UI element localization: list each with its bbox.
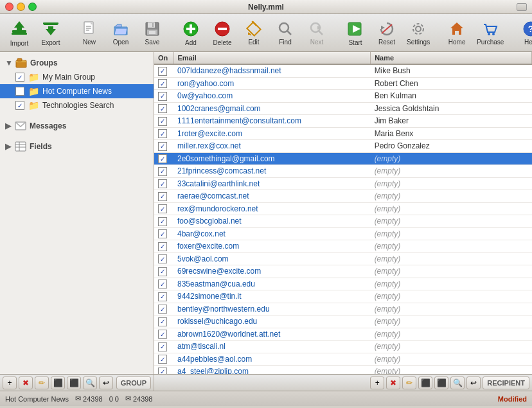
fields-header[interactable]: ▶ Fields [0,138,154,154]
row-checkbox[interactable] [158,342,167,351]
row-checkbox[interactable] [158,254,167,263]
cell-on[interactable] [154,152,173,165]
row-checkbox[interactable] [158,305,167,314]
recipient-copy-button[interactable]: ⬛ [418,377,432,389]
row-checkbox[interactable] [158,217,167,226]
sidebar-item-hot-computer-news[interactable]: 📁 Hot Computer News [0,84,154,98]
row-checkbox[interactable] [158,117,167,126]
cell-on[interactable] [154,278,173,290]
cell-on[interactable] [154,165,173,178]
bottom-edit-button[interactable]: ✏ [35,377,49,389]
cell-on[interactable] [154,290,173,303]
cell-on[interactable] [154,215,173,228]
cell-on[interactable] [154,315,173,328]
title-bar-buttons[interactable] [5,3,37,11]
table-row[interactable]: 007lddaneze@hadssnmail.netMike Bush [154,64,532,77]
table-row[interactable]: 1roter@excite.comMaria Benx [154,127,532,140]
purchase-button[interactable]: Purchase [473,19,508,48]
table-row[interactable]: 1002cranes@gmail.comJessica Goldshtain [154,102,532,115]
bottom-copy-button[interactable]: ⬛ [51,377,65,389]
messages-header[interactable]: ▶ Messages [0,118,154,133]
cell-on[interactable] [154,341,173,353]
row-checkbox[interactable] [158,267,167,276]
row-checkbox[interactable] [158,92,167,101]
cell-on[interactable] [154,115,173,128]
row-checkbox[interactable] [158,204,167,213]
table-row[interactable]: bentley@northwestern.edu(empty) [154,303,532,315]
bottom-delete-button[interactable]: ✖ [19,377,33,389]
row-checkbox[interactable] [158,192,167,201]
bottom-copy2-button[interactable]: ⬛ [67,377,81,389]
minimize-button[interactable] [17,3,25,11]
add-button[interactable]: Add [175,18,206,48]
start-button[interactable]: Start [340,18,371,48]
table-row[interactable]: 21fprincess@comcast.net(empty) [154,165,532,178]
cell-on[interactable] [154,190,173,203]
row-checkbox[interactable] [158,242,167,251]
table-row[interactable]: a4_steel@ziplip.com(empty) [154,366,532,375]
reset-button[interactable]: Reset [371,19,402,48]
row-checkbox[interactable] [158,79,167,88]
export-button[interactable]: Export [35,18,66,48]
recipient-copy2-button[interactable]: ⬛ [434,377,448,389]
row-checkbox[interactable] [158,129,167,138]
row-checkbox[interactable] [158,104,167,113]
row-checkbox[interactable] [158,67,167,76]
cell-on[interactable] [154,64,173,77]
recipient-find-button[interactable]: 🔍 [450,377,465,389]
row-checkbox[interactable] [158,355,167,364]
row-checkbox[interactable] [158,142,167,151]
table-row[interactable]: 5vok@aol.com(empty) [154,253,532,265]
cell-on[interactable] [154,265,173,278]
table-row[interactable]: 0w@yahoo.comBen Kulman [154,90,532,103]
help-button[interactable]: ? Help [515,19,532,48]
row-checkbox[interactable] [158,292,167,301]
hot-computer-news-checkbox[interactable] [15,87,24,96]
cell-on[interactable] [154,202,173,215]
cell-on[interactable] [154,240,173,253]
recipient-undo-button[interactable]: ↩ [466,377,481,389]
groups-header[interactable]: ▼ Groups [0,55,154,70]
bottom-add-button[interactable]: + [3,377,17,389]
row-checkbox[interactable] [158,368,167,375]
recipient-edit-button[interactable]: ✏ [402,377,416,389]
bottom-undo-button[interactable]: ↩ [99,377,113,389]
table-row[interactable]: 1111entertainment@consultant.comJim Bake… [154,115,532,128]
sidebar-item-technologies-search[interactable]: 📁 Technologies Search [0,98,154,112]
table-row[interactable]: 69recswine@excite.com(empty) [154,265,532,278]
my-main-group-checkbox[interactable] [15,73,24,82]
settings-button[interactable]: Settings [403,19,434,48]
table-row[interactable]: foxer@excite.com(empty) [154,240,532,253]
table-row[interactable]: 2e0somethingal@gmail.com(empty) [154,152,532,165]
home-button[interactable]: Home [441,19,472,48]
row-checkbox[interactable] [158,330,167,339]
table-row[interactable]: atm@tiscali.nl(empty) [154,341,532,353]
row-checkbox[interactable] [158,154,167,163]
table-row[interactable]: rokissel@uchicago.edu(empty) [154,315,532,328]
row-checkbox[interactable] [158,167,167,176]
table-row[interactable]: 33catalini@earthlink.net(empty) [154,177,532,190]
sidebar-item-my-main-group[interactable]: 📁 My Main Group [0,70,154,84]
table-row[interactable]: a44pebbles@aol.com(empty) [154,353,532,366]
save-button[interactable]: Save [137,19,168,48]
table-row[interactable]: ron@yahoo.comRobert Chen [154,77,532,90]
cell-on[interactable] [154,127,173,140]
zoom-button[interactable] [517,3,527,11]
table-row[interactable]: raerae@comcast.net(empty) [154,190,532,203]
recipient-add-button[interactable]: + [370,377,384,389]
cell-on[interactable] [154,353,173,366]
cell-on[interactable] [154,77,173,90]
cell-on[interactable] [154,303,173,315]
bottom-find-button[interactable]: 🔍 [83,377,97,389]
table-row[interactable]: foo@sbcglobal.net(empty) [154,215,532,228]
table-row[interactable]: 835eastman@cua.edu(empty) [154,278,532,290]
next-button[interactable]: Next [301,19,332,48]
technologies-search-checkbox[interactable] [15,101,24,110]
cell-on[interactable] [154,227,173,240]
recipient-delete-button[interactable]: ✖ [386,377,400,389]
cell-on[interactable] [154,102,173,115]
table-row[interactable]: miller.rex@cox.netPedro Gonzalez [154,140,532,153]
new-button[interactable]: New [74,19,105,48]
cell-on[interactable] [154,328,173,341]
row-checkbox[interactable] [158,229,167,238]
